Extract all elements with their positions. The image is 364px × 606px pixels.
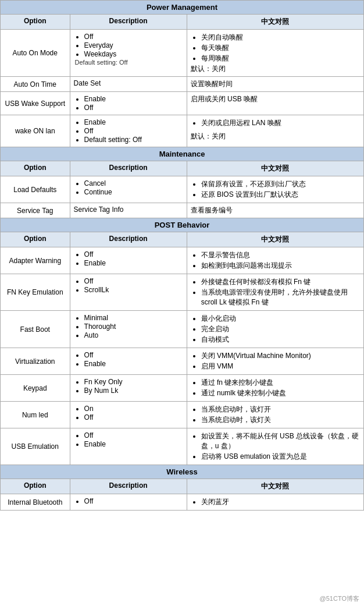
cn-extra: 默认：关闭 xyxy=(191,132,360,141)
option-cell: Service Tag xyxy=(1,203,70,218)
desc-item: Off xyxy=(84,497,183,505)
desc-item: ScrollLk xyxy=(84,286,183,294)
table-row: KeypadFn Key OnlyBy Num Lk通过 fn 键来控制小键盘通… xyxy=(1,375,364,402)
desc-item: Everyday xyxy=(84,41,183,49)
cn-cell: 关闭或启用远程 LAN 唤醒默认：关闭 xyxy=(187,115,363,147)
option-cell: USB Wake Support xyxy=(1,92,70,115)
cn-cell: 关闭 VMM(Virtual Machine Monitor)启用 VMM xyxy=(187,348,363,375)
desc-item: Minimal xyxy=(84,314,183,322)
table-row: Load DefaultsCancelContinue保留原有设置，不还原到出厂… xyxy=(1,176,364,203)
cn-item: 关闭或启用远程 LAN 唤醒 xyxy=(201,118,360,128)
desc-cell: Fn Key OnlyBy Num Lk xyxy=(70,375,187,402)
column-header: Description xyxy=(70,161,187,176)
column-header: Description xyxy=(70,15,187,30)
cn-item: 最小化启动 xyxy=(201,314,360,324)
section-header: Power Management xyxy=(1,1,364,15)
desc-cell: OnOff xyxy=(70,402,187,428)
column-header: 中文对照 xyxy=(187,232,363,247)
desc-item: Default setting: Off xyxy=(84,136,183,144)
cn-cell: 当系统启动时，该灯开当系统启动时，该灯关 xyxy=(187,402,363,428)
desc-item: By Num Lk xyxy=(84,387,183,395)
desc-cell: EnableOff xyxy=(70,92,187,115)
option-cell: Internal Bluetooth xyxy=(1,494,70,511)
cn-item: 还原 BIOS 设置到出厂默认状态 xyxy=(201,190,360,200)
cn-item: 每周唤醒 xyxy=(201,54,360,63)
cn-cell: 关闭自动唤醒每天唤醒每周唤醒默认：关闭 xyxy=(187,30,363,77)
desc-item: Cancel xyxy=(84,179,183,187)
cn-item: 如设置关，将不能从任何 USB 总线设备（软盘，硬盘，u 盘） xyxy=(201,431,360,451)
desc-cell: MinimalThoroughtAuto xyxy=(70,311,187,348)
section-header: POST Behavior xyxy=(1,218,364,232)
desc-item: Weekdays xyxy=(84,50,183,58)
desc-item: Enable xyxy=(84,360,183,368)
cn-cell: 如设置关，将不能从任何 USB 总线设备（软盘，硬盘，u 盘）启动将 USB e… xyxy=(187,428,363,465)
desc-item: Thorought xyxy=(84,323,183,331)
cn-cell: 不显示警告信息如检测到电源问题将出现提示 xyxy=(187,247,363,274)
desc-item: Enable xyxy=(84,440,183,448)
cn-item: 关闭 VMM(Virtual Machine Monitor) xyxy=(201,351,360,361)
column-header: 中文对照 xyxy=(187,15,363,30)
cn-item: 关闭蓝牙 xyxy=(201,497,360,507)
table-row: wake ON lanEnableOffDefault setting: Off… xyxy=(1,115,364,147)
column-header: Description xyxy=(70,479,187,494)
option-cell: Fast Boot xyxy=(1,311,70,348)
table-row: Service TagService Tag Info查看服务编号 xyxy=(1,203,364,218)
cn-item: 自动模式 xyxy=(201,335,360,345)
option-cell: Auto On Mode xyxy=(1,30,70,77)
column-header: Option xyxy=(1,161,70,176)
cn-cell: 外接键盘任何时候都没有模拟 Fn 键当系统电源管理没有使用时，允许外接键盘使用 … xyxy=(187,274,363,311)
cn-item: 通过 fn 键来控制小键盘 xyxy=(201,378,360,388)
cn-cell: 启用或关闭 USB 唤醒 xyxy=(187,92,363,115)
column-header: 中文对照 xyxy=(187,479,363,494)
column-header: Description xyxy=(70,232,187,247)
table-row: Adapter WarningOffEnable不显示警告信息如检测到电源问题将… xyxy=(1,247,364,274)
desc-item: Off xyxy=(84,351,183,359)
cn-item: 外接键盘任何时候都没有模拟 Fn 键 xyxy=(201,277,360,287)
cn-item: 不显示警告信息 xyxy=(201,250,360,260)
cn-cell: 最小化启动完全启动自动模式 xyxy=(187,311,363,348)
option-cell: USB Emulation xyxy=(1,428,70,465)
desc-item: Off xyxy=(84,277,183,285)
desc-item: Auto xyxy=(84,331,183,339)
desc-cell: Date Set xyxy=(70,77,187,92)
cn-item: 启动将 USB emulation 设置为总是 xyxy=(201,452,360,462)
option-cell: wake ON lan xyxy=(1,115,70,147)
desc-cell: OffEnable xyxy=(70,428,187,465)
desc-item: Off xyxy=(84,127,183,135)
cn-item: 启用 VMM xyxy=(201,362,360,371)
cn-item: 当系统电源管理没有使用时，允许外接键盘使用 scroll Lk 键模拟 Fn 键 xyxy=(201,288,360,307)
cn-item: 完全启动 xyxy=(201,324,360,334)
column-header: Option xyxy=(1,479,70,494)
desc-item: Continue xyxy=(84,188,183,196)
cn-cell: 保留原有设置，不还原到出厂状态还原 BIOS 设置到出厂默认状态 xyxy=(187,176,363,203)
desc-item: Off xyxy=(84,33,183,41)
desc-item: Off xyxy=(84,413,183,421)
desc-extra: Default setting: Off xyxy=(74,59,183,66)
cn-cell: 关闭蓝牙 xyxy=(187,494,363,511)
desc-cell: OffEnable xyxy=(70,247,187,274)
desc-item: Off xyxy=(84,250,183,258)
table-row: Internal BluetoothOff关闭蓝牙 xyxy=(1,494,364,511)
desc-item: Off xyxy=(84,104,183,112)
desc-cell: CancelContinue xyxy=(70,176,187,203)
desc-cell: OffEnable xyxy=(70,348,187,375)
cn-item: 当系统启动时，该灯开 xyxy=(201,405,360,414)
table-row: VirtualizationOffEnable关闭 VMM(Virtual Ma… xyxy=(1,348,364,375)
desc-cell: OffScrollLk xyxy=(70,274,187,311)
option-cell: Keypad xyxy=(1,375,70,402)
desc-item: Enable xyxy=(84,118,183,126)
desc-item: Off xyxy=(84,431,183,440)
desc-cell: EnableOffDefault setting: Off xyxy=(70,115,187,147)
table-row: Fast BootMinimalThoroughtAuto最小化启动完全启动自动… xyxy=(1,311,364,348)
table-row: Auto On ModeOffEverydayWeekdaysDefault s… xyxy=(1,30,364,77)
column-header: Option xyxy=(1,15,70,30)
cn-item: 关闭自动唤醒 xyxy=(201,33,360,42)
option-cell: Num led xyxy=(1,402,70,428)
cn-item: 通过 numlk 键来控制小键盘 xyxy=(201,388,360,398)
desc-item: Enable xyxy=(84,259,183,267)
option-cell: Load Defaults xyxy=(1,176,70,203)
cn-item: 保留原有设置，不还原到出厂状态 xyxy=(201,179,360,189)
section-header: Wireless xyxy=(1,465,364,479)
cn-extra: 默认：关闭 xyxy=(191,64,360,74)
desc-cell: Off xyxy=(70,494,187,511)
